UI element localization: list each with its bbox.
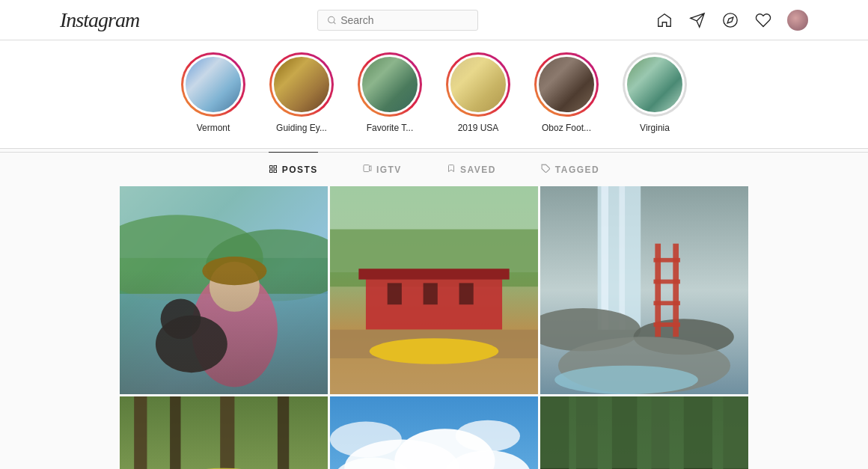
photo-cell-4[interactable] — [120, 396, 328, 469]
svg-rect-34 — [619, 186, 625, 330]
story-label-virginia: Virginia — [640, 123, 670, 133]
photo-cell-2[interactable] — [330, 186, 538, 394]
svg-point-59 — [330, 422, 402, 458]
bookmark-icon — [447, 163, 456, 176]
stories-row: Vermont Guiding Ey... Favorite T... 2019… — [0, 52, 868, 133]
tab-saved[interactable]: SAVED — [447, 152, 496, 186]
svg-point-16 — [210, 262, 260, 312]
tab-tagged-label: TAGGED — [555, 165, 599, 175]
tab-tagged[interactable]: TAGGED — [541, 152, 599, 186]
logo: Instagram — [60, 8, 139, 32]
svg-rect-25 — [388, 283, 402, 304]
photo-cell-5[interactable] — [330, 396, 538, 469]
photo-cell-3[interactable] — [540, 186, 748, 394]
nav-icons — [655, 10, 808, 31]
main-content: Vermont Guiding Ey... Favorite T... 2019… — [0, 40, 868, 469]
compass-icon[interactable] — [721, 11, 739, 29]
tab-posts-label: POSTS — [282, 165, 318, 175]
search-icon — [327, 15, 337, 25]
svg-point-15 — [192, 272, 278, 387]
svg-point-19 — [161, 299, 201, 340]
svg-point-30 — [370, 338, 499, 364]
story-label-oboz: Oboz Foot... — [542, 123, 591, 133]
svg-rect-33 — [601, 186, 608, 330]
svg-line-1 — [333, 22, 334, 23]
svg-rect-42 — [653, 301, 679, 305]
igtv-icon — [363, 163, 372, 176]
svg-point-17 — [202, 257, 266, 285]
story-item-guiding[interactable]: Guiding Ey... — [269, 52, 334, 133]
home-icon[interactable] — [655, 11, 673, 29]
tab-igtv[interactable]: IGTV — [363, 152, 402, 186]
story-label-2019: 2019 USA — [458, 123, 499, 133]
svg-rect-26 — [424, 283, 438, 304]
svg-point-44 — [554, 366, 698, 394]
story-label-favorite: Favorite T... — [367, 123, 413, 133]
svg-rect-5 — [274, 165, 277, 168]
header: Instagram — [0, 0, 868, 40]
grid-icon — [269, 164, 278, 176]
search-input[interactable] — [340, 14, 468, 26]
story-item-vermont[interactable]: Vermont — [181, 52, 245, 133]
svg-rect-48 — [220, 396, 234, 469]
story-item-favorite[interactable]: Favorite T... — [358, 52, 422, 133]
svg-point-60 — [456, 420, 520, 452]
story-item-2019[interactable]: 2019 USA — [446, 52, 510, 133]
photo-cell-1[interactable] — [120, 186, 328, 394]
svg-marker-3 — [727, 17, 733, 23]
stories-section: Vermont Guiding Ey... Favorite T... 2019… — [0, 40, 868, 149]
tab-saved-label: SAVED — [460, 165, 496, 175]
story-item-oboz[interactable]: Oboz Foot... — [534, 52, 599, 133]
story-label-vermont: Vermont — [197, 123, 230, 133]
photo-cell-6[interactable] — [540, 396, 748, 469]
svg-rect-69 — [540, 396, 748, 468]
photo-grid — [60, 186, 808, 469]
svg-rect-47 — [170, 396, 180, 469]
story-item-virginia[interactable]: Virginia — [623, 52, 687, 133]
svg-rect-4 — [269, 165, 272, 168]
svg-rect-8 — [364, 165, 370, 172]
svg-rect-14 — [120, 294, 328, 394]
svg-rect-46 — [134, 396, 147, 469]
svg-point-2 — [724, 13, 737, 26]
svg-rect-40 — [653, 258, 679, 263]
svg-rect-43 — [653, 322, 679, 327]
tab-posts[interactable]: POSTS — [269, 152, 318, 186]
svg-rect-27 — [459, 283, 474, 304]
story-label-guiding: Guiding Ey... — [276, 123, 327, 133]
svg-rect-49 — [278, 396, 289, 469]
svg-point-18 — [156, 316, 227, 373]
svg-rect-24 — [358, 269, 509, 279]
send-icon[interactable] — [688, 11, 706, 29]
tag-icon — [541, 164, 551, 176]
search-bar[interactable] — [317, 10, 478, 31]
svg-rect-7 — [274, 170, 277, 173]
svg-rect-41 — [653, 280, 679, 284]
svg-rect-6 — [269, 170, 272, 173]
profile-avatar-icon[interactable] — [787, 10, 808, 31]
tabs-section: POSTS IGTV SAVED — [0, 152, 868, 186]
tab-igtv-label: IGTV — [376, 165, 402, 175]
heart-icon[interactable] — [754, 11, 772, 29]
